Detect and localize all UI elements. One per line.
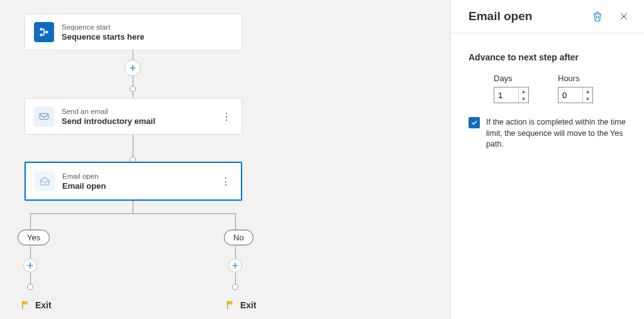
node-sequence-start[interactable]: Sequence start Sequence starts here [25, 14, 242, 50]
node-email-open[interactable]: Email open Email open ⋮ [25, 162, 242, 201]
node-overflow-menu[interactable]: ⋮ [219, 172, 232, 190]
hours-decrement[interactable]: ▼ [583, 95, 592, 103]
add-step-button[interactable] [23, 259, 37, 272]
hours-stepper[interactable]: ▲ ▼ [558, 87, 593, 103]
open-envelope-icon [35, 171, 55, 191]
exit-label: Exit [35, 300, 52, 310]
delete-button[interactable] [589, 8, 606, 25]
flow-canvas: Sequence start Sequence starts here Send… [0, 0, 450, 319]
properties-panel: Email open Advance to next step after Da… [450, 0, 644, 319]
panel-title: Email open [469, 9, 532, 23]
flag-icon [225, 299, 236, 311]
svg-point-1 [40, 34, 42, 36]
connector-line [235, 272, 236, 284]
days-input[interactable] [494, 87, 518, 103]
days-label: Days [494, 74, 529, 83]
branch-label-no[interactable]: No [224, 230, 253, 245]
hours-increment[interactable]: ▲ [583, 87, 592, 95]
connector-line [235, 213, 236, 230]
auto-advance-checkbox[interactable] [469, 117, 480, 128]
connector-line [133, 92, 133, 98]
node-type-label: Send an email [62, 108, 220, 115]
connector-line [133, 135, 133, 157]
node-type-label: Sequence start [62, 23, 233, 31]
exit-node-right[interactable]: Exit [225, 299, 257, 311]
connector-line [30, 213, 31, 230]
days-stepper[interactable]: ▲ ▼ [494, 87, 529, 103]
svg-point-0 [40, 28, 42, 30]
close-button[interactable] [615, 8, 633, 25]
node-overflow-menu[interactable]: ⋮ [220, 108, 233, 125]
days-increment[interactable]: ▲ [519, 87, 528, 95]
svg-point-2 [46, 31, 48, 33]
svg-rect-3 [40, 114, 48, 120]
node-type-label: Email open [62, 172, 219, 180]
flag-icon [20, 299, 31, 311]
node-send-email[interactable]: Send an email Send introductory email ⋮ [25, 98, 242, 135]
connector-line [133, 201, 133, 213]
node-title: Email open [62, 181, 219, 191]
hint-text: If the action is completed within the ti… [486, 117, 626, 150]
add-step-button[interactable] [228, 259, 242, 272]
envelope-icon [34, 106, 54, 126]
node-title: Send introductory email [62, 116, 220, 126]
connector-line [30, 246, 31, 259]
section-label: Advance to next step after [469, 52, 626, 62]
exit-node-left[interactable]: Exit [20, 299, 52, 311]
connector-line [30, 272, 31, 284]
hours-label: Hours [558, 74, 593, 83]
connector-line [133, 50, 133, 60]
connector-line [235, 246, 236, 259]
connector-line [30, 213, 235, 214]
connector-line [133, 76, 133, 86]
connector-dot [130, 86, 136, 92]
exit-label: Exit [240, 300, 257, 310]
connector-dot [27, 284, 33, 290]
node-title: Sequence starts here [62, 32, 233, 42]
add-step-button[interactable] [125, 60, 141, 76]
branch-label-yes[interactable]: Yes [18, 230, 50, 245]
connector-dot [232, 284, 238, 290]
hours-input[interactable] [558, 87, 582, 103]
days-decrement[interactable]: ▼ [519, 95, 528, 103]
flowchart-start-icon [34, 22, 54, 42]
